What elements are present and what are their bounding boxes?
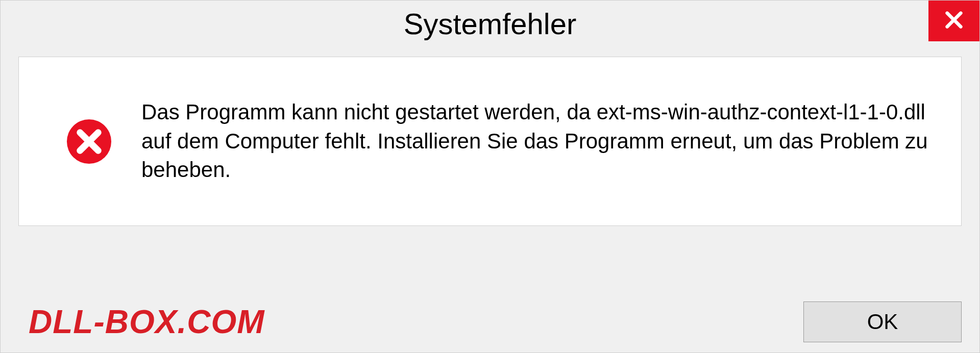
error-message: Das Programm kann nicht gestartet werden… — [141, 98, 930, 185]
close-icon — [944, 10, 964, 32]
dialog-title: Systemfehler — [404, 7, 576, 41]
ok-button-label: OK — [867, 310, 898, 334]
message-panel: Das Programm kann nicht gestartet werden… — [18, 57, 962, 226]
close-button[interactable] — [928, 1, 979, 41]
watermark-text: DLL-BOX.COM — [29, 303, 265, 341]
ok-button[interactable]: OK — [803, 301, 962, 342]
error-icon — [65, 117, 113, 166]
footer: DLL-BOX.COM OK — [1, 301, 979, 342]
titlebar: Systemfehler — [1, 1, 979, 46]
